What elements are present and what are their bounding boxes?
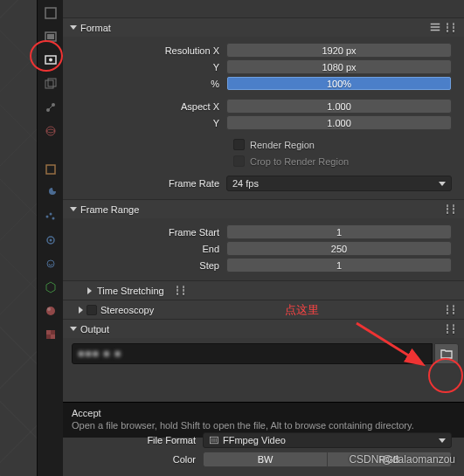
resolution-y-label: Y: [63, 62, 226, 72]
color-label: Color: [63, 454, 203, 465]
aspect-x-field[interactable]: 1.000: [226, 99, 452, 114]
tooltip-body: Open a file browser, hold Shift to open …: [72, 420, 455, 431]
svg-rect-5: [45, 80, 53, 88]
panel-header: [63, 0, 464, 17]
format-section-header[interactable]: Format ┇┇: [63, 17, 464, 37]
constraint-icon[interactable]: [43, 256, 59, 272]
svg-point-4: [49, 59, 52, 62]
stereoscopy-header[interactable]: Stereoscopy ┇┇: [63, 300, 464, 319]
frame-range-section-header[interactable]: Frame Range ┇┇: [63, 199, 464, 218]
frame-end-field[interactable]: 250: [226, 241, 452, 256]
output-section-header[interactable]: Output ┇┇: [63, 319, 464, 338]
section-title: Stereoscopy: [100, 305, 154, 315]
chevron-right-icon: [79, 307, 83, 314]
options-icon[interactable]: ┇┇: [445, 324, 457, 334]
properties-tab-rail: [37, 0, 63, 476]
watermark: CSDN @dalaomanzou: [349, 453, 455, 466]
svg-rect-22: [51, 335, 55, 339]
chevron-down-icon: [439, 182, 446, 186]
percent-value: 100%: [227, 77, 451, 90]
render-region-label: Render Region: [250, 140, 315, 150]
file-format-label: File Format: [63, 435, 203, 445]
time-stretching-header[interactable]: Time Stretching ┇┇: [63, 280, 464, 300]
file-format-dropdown[interactable]: FFmpeg Video: [203, 432, 452, 448]
svg-rect-10: [46, 165, 55, 174]
browse-folder-button[interactable]: [434, 343, 459, 364]
svg-rect-19: [46, 330, 51, 335]
stereoscopy-checkbox[interactable]: [87, 305, 97, 315]
tool-icon[interactable]: [43, 5, 59, 21]
frame-rate-dropdown[interactable]: 24 fps: [226, 176, 452, 191]
svg-rect-20: [51, 330, 55, 335]
preset-icon[interactable]: [429, 21, 441, 35]
color-bw-button[interactable]: BW: [203, 452, 327, 467]
options-icon[interactable]: ┇┇: [175, 286, 187, 295]
resolution-percent-slider[interactable]: 100%: [226, 76, 452, 91]
modifier-icon[interactable]: [43, 185, 59, 201]
data-icon[interactable]: [43, 279, 59, 295]
svg-point-11: [45, 216, 48, 218]
output-path-value: ■■■ ■ ■: [78, 348, 121, 360]
options-icon[interactable]: ┇┇: [445, 23, 457, 32]
annotation-text: 点这里: [285, 302, 319, 318]
percent-label: %: [63, 79, 226, 89]
render-icon[interactable]: [43, 29, 59, 45]
frame-end-label: End: [63, 244, 226, 254]
svg-rect-0: [45, 8, 56, 18]
resolution-y-field[interactable]: 1080 px: [226, 59, 452, 74]
frame-rate-value: 24 fps: [232, 178, 259, 189]
svg-point-13: [52, 217, 54, 220]
options-icon[interactable]: ┇┇: [445, 204, 457, 214]
tooltip-title: Accept: [72, 408, 455, 418]
chevron-down-icon: [439, 438, 446, 443]
svg-point-16: [47, 260, 54, 267]
svg-point-18: [47, 307, 51, 311]
chevron-down-icon: [70, 25, 77, 30]
section-title: Format: [80, 23, 111, 33]
aspect-y-label: Y: [63, 118, 226, 128]
aspect-y-field[interactable]: 1.000: [226, 115, 452, 130]
svg-point-15: [49, 239, 52, 242]
aspect-x-label: Aspect X: [63, 101, 226, 112]
crop-region-label: Crop to Render Region: [250, 156, 349, 167]
svg-rect-2: [47, 34, 54, 39]
svg-point-9: [46, 127, 55, 135]
section-title: Time Stretching: [97, 286, 164, 296]
resolution-x-label: Resolution X: [63, 45, 226, 56]
texture-icon[interactable]: [43, 327, 59, 342]
frame-step-field[interactable]: 1: [226, 258, 452, 272]
output-icon[interactable]: [43, 52, 59, 68]
chevron-down-icon: [70, 207, 77, 211]
svg-rect-6: [48, 79, 56, 86]
svg-rect-21: [46, 335, 51, 339]
render-region-checkbox[interactable]: [233, 139, 245, 150]
physics-icon[interactable]: [43, 232, 59, 248]
frame-step-label: Step: [63, 260, 226, 271]
section-title: Frame Range: [80, 204, 139, 215]
svg-point-17: [46, 307, 55, 315]
object-icon[interactable]: [43, 162, 59, 177]
chevron-right-icon: [87, 287, 92, 294]
chevron-down-icon: [70, 327, 77, 331]
particle-icon[interactable]: [43, 209, 59, 224]
viewlayer-icon[interactable]: [43, 76, 59, 92]
options-icon[interactable]: ┇┇: [445, 305, 457, 314]
file-format-value: FFmpeg Video: [223, 435, 286, 445]
world-icon[interactable]: [43, 123, 59, 139]
material-icon[interactable]: [43, 303, 59, 319]
output-path-field[interactable]: ■■■ ■ ■: [72, 343, 433, 364]
resolution-x-field[interactable]: 1920 px: [226, 43, 452, 58]
section-title: Output: [80, 324, 109, 335]
crop-region-checkbox[interactable]: [233, 155, 245, 167]
frame-start-field[interactable]: 1: [226, 224, 452, 239]
scene-icon[interactable]: [43, 100, 59, 115]
frame-start-label: Frame Start: [63, 227, 226, 238]
svg-point-12: [49, 213, 52, 216]
frame-rate-label: Frame Rate: [63, 178, 226, 189]
